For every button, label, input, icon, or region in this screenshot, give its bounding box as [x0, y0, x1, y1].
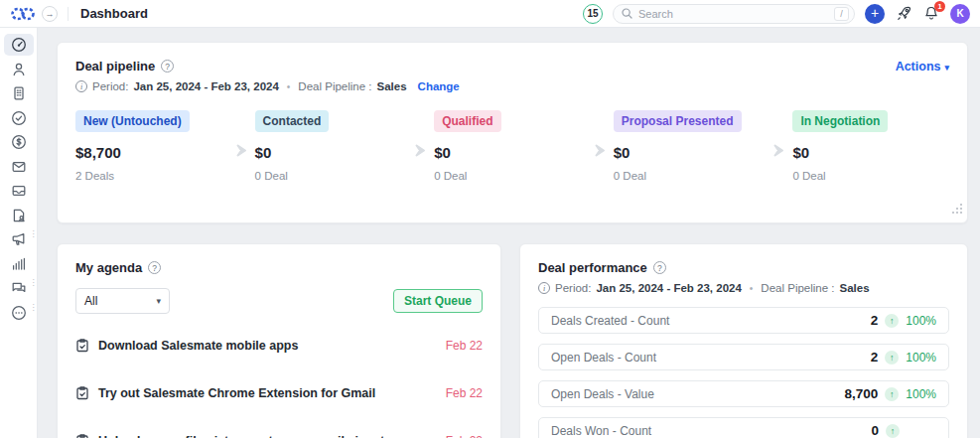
page-title: Dashboard — [80, 6, 148, 21]
performance-metric-list: Deals Created - Count 2 ↑ 100% Open Deal… — [538, 307, 949, 438]
sidebar-item-reports[interactable] — [4, 253, 34, 275]
stage-new-untouched[interactable]: New (Untouched) $8,700 2 Deals — [75, 110, 232, 182]
stage-value: $0 — [614, 144, 770, 161]
info-icon: i — [75, 80, 87, 92]
chevron-down-icon: ▾ — [156, 296, 161, 306]
search-shortcut-hint: / — [834, 7, 849, 21]
sidebar-item-dashboard[interactable] — [4, 34, 34, 56]
sidebar-item-activities[interactable] — [4, 107, 34, 129]
stage-deal-count: 2 Deals — [75, 170, 232, 182]
task-row[interactable]: Download Salesmate mobile apps Feb 22 — [75, 322, 483, 369]
chevron-down-icon: ▾ — [944, 63, 949, 73]
trend-up-icon: ↑ — [885, 351, 899, 365]
gauge-icon — [11, 37, 27, 53]
main-content: Deal pipeline ? Actions▾ i Period: Jan 2… — [38, 28, 980, 438]
task-title: Upload my profile picture, setup my emai… — [98, 434, 404, 438]
megaphone-icon — [11, 231, 27, 247]
task-due-date: Feb 22 — [446, 339, 483, 353]
help-icon[interactable]: ? — [148, 261, 161, 274]
ellipsis-circle-icon — [11, 305, 27, 321]
sidebar-collapse-button[interactable]: → — [42, 6, 58, 22]
more-menu-dots[interactable]: ⋮ — [30, 306, 38, 310]
stage-badge: Proposal Presented — [614, 110, 742, 132]
stage-badge: Qualified — [434, 110, 500, 132]
stage-deal-count: 0 Deal — [792, 170, 949, 182]
start-queue-button[interactable]: Start Queue — [393, 289, 483, 313]
deal-pipeline-title: Deal pipeline — [75, 59, 155, 73]
notification-count-badge: 1 — [934, 1, 945, 12]
metric-value: 8,700 — [845, 386, 879, 401]
metric-change: 100% — [906, 351, 936, 365]
bar-chart-icon — [11, 256, 27, 272]
resize-handle[interactable] — [951, 201, 963, 219]
metric-label: Deals Won - Count — [551, 424, 651, 438]
metric-change: 100% — [906, 314, 936, 328]
chats-menu-dots[interactable]: ⋮ — [30, 281, 38, 285]
dot-separator: • — [750, 283, 754, 294]
stage-arrow-icon — [770, 144, 792, 157]
dot-separator: • — [287, 81, 291, 92]
metric-label: Open Deals - Count — [551, 351, 656, 365]
user-avatar[interactable]: K — [950, 4, 970, 24]
metric-row[interactable]: Deals Won - Count 0 ↑ — [538, 417, 949, 438]
stage-badge: New (Untouched) — [75, 110, 190, 132]
pipeline-period-row: i Period: Jan 25, 2024 - Feb 23, 2024 • … — [75, 80, 949, 92]
sidebar-item-inbox[interactable] — [4, 180, 34, 202]
help-icon[interactable]: ? — [653, 261, 666, 274]
sidebar-item-campaigns[interactable]: ⋮ — [4, 228, 34, 250]
stage-arrow-icon — [411, 144, 434, 157]
metric-row[interactable]: Deals Created - Count 2 ↑ 100% — [538, 307, 949, 334]
help-icon[interactable]: ? — [161, 60, 174, 73]
pipeline-name: Sales — [377, 80, 407, 92]
sidebar-item-emails[interactable] — [4, 156, 34, 178]
metric-row[interactable]: Open Deals - Value 8,700 ↑ 100% — [538, 380, 949, 407]
stage-in-negotiation[interactable]: In Negotiation $0 0 Deal — [792, 110, 949, 182]
my-agenda-card: My agenda ? All ▾ Start Queue Download S… — [57, 243, 501, 438]
clipboard-check-icon — [75, 386, 89, 400]
stage-contacted[interactable]: Contacted $0 0 Deal — [255, 110, 412, 182]
agenda-filter-select[interactable]: All ▾ — [75, 288, 170, 314]
stage-proposal-presented[interactable]: Proposal Presented $0 0 Deal — [614, 110, 770, 182]
task-due-date: Feb 22 — [446, 386, 483, 400]
launch-rocket-icon[interactable] — [895, 5, 912, 23]
info-icon: i — [538, 282, 550, 294]
deal-pipeline-card: Deal pipeline ? Actions▾ i Period: Jan 2… — [57, 42, 968, 223]
chat-bubbles-icon — [11, 280, 27, 296]
trend-up-icon: ↑ — [885, 314, 899, 328]
metric-value: 2 — [871, 350, 879, 365]
task-row[interactable]: Try out Salesmate Chrome Extension for G… — [75, 369, 483, 417]
trial-days-badge[interactable]: 15 — [583, 4, 603, 24]
pipeline-name: Sales — [840, 282, 870, 294]
sidebar-item-contacts[interactable] — [4, 59, 34, 80]
notifications-button[interactable]: 1 — [922, 5, 940, 23]
actions-button[interactable]: Actions▾ — [896, 60, 949, 73]
stage-badge: Contacted — [255, 110, 330, 132]
dollar-circle-icon — [11, 134, 27, 150]
building-icon — [11, 85, 27, 101]
task-title: Download Salesmate mobile apps — [98, 339, 298, 353]
deal-performance-card: Deal performance ? i Period: Jan 25, 202… — [519, 243, 968, 438]
sidebar-item-chats[interactable]: ⋮ — [4, 277, 34, 299]
stage-qualified[interactable]: Qualified $0 0 Deal — [434, 110, 591, 182]
task-row[interactable]: Upload my profile picture, setup my emai… — [75, 417, 483, 438]
sidebar-item-sequences[interactable] — [4, 205, 34, 226]
task-title: Try out Salesmate Chrome Extension for G… — [98, 386, 375, 400]
trend-up-icon: ↑ — [886, 424, 900, 438]
sidebar-item-more-apps[interactable]: ⋮ — [4, 302, 34, 324]
metric-value: 0 — [871, 423, 879, 438]
clipboard-check-icon — [75, 339, 89, 353]
sidebar-item-companies[interactable] — [4, 82, 34, 104]
change-pipeline-link[interactable]: Change — [418, 80, 460, 92]
agenda-task-list: Download Salesmate mobile apps Feb 22 Tr… — [75, 322, 483, 438]
search-box[interactable]: / — [613, 4, 855, 24]
user-icon — [11, 62, 27, 77]
metric-row[interactable]: Open Deals - Count 2 ↑ 100% — [538, 344, 949, 370]
quick-add-button[interactable]: + — [865, 4, 885, 24]
campaigns-menu-dots[interactable]: ⋮ — [30, 232, 38, 236]
stage-value: $0 — [792, 144, 949, 161]
stage-deal-count: 0 Deal — [614, 170, 770, 182]
stage-badge: In Negotiation — [792, 110, 888, 132]
sidebar-item-deals[interactable] — [4, 131, 34, 153]
search-input[interactable] — [638, 8, 828, 20]
metric-change: 100% — [906, 387, 936, 401]
